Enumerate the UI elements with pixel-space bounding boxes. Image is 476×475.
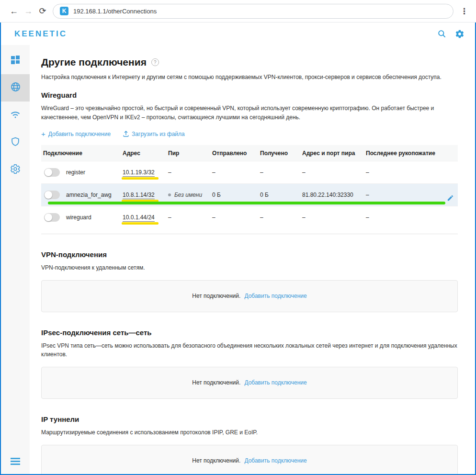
section-description: IPsec VPN типа сеть—сеть можно использов… [41,341,458,359]
back-icon[interactable]: ← [7,6,21,16]
connection-name: register [66,169,85,176]
gear-icon[interactable] [455,29,465,39]
empty-text: Нет подключений. [192,379,240,386]
section-heading: VPN-подключения [41,250,458,259]
wireguard-description: WireGuard – это чрезвычайно простой, но … [41,104,458,122]
sidebar [1,45,30,474]
page-intro: Настройка подключения к Интернету и друг… [41,74,458,80]
settings-icon [10,164,21,176]
empty-connections-panel: Нет подключений. Добавить подключение [41,280,458,312]
upload-from-file-link[interactable]: Загрузить из файла [123,130,185,138]
wireguard-heading: Wireguard [41,91,458,99]
table-row[interactable]: register 10.1.19.3/32 – – – – – [41,161,458,183]
connection-name: wireguard [66,214,91,221]
browser-toolbar: ← → ⟳ K 192.168.1.1/otherConnections ⋮ [0,0,476,23]
section-heading: IPsec-подключения сеть—сеть [41,328,458,337]
plus-icon: + [41,130,45,138]
empty-connections-panel: Нет подключений. Добавить подключение [41,445,458,474]
search-icon[interactable] [437,29,446,38]
sidebar-item-internet[interactable] [1,74,30,102]
forward-icon[interactable]: → [21,6,35,16]
sidebar-menu-toggle[interactable] [1,454,30,468]
browser-menu-icon[interactable]: ⋮ [458,6,470,16]
add-connection-link[interactable]: Добавить подключение [244,293,306,299]
section-description: VPN-подключения к удаленным сетям. [41,263,458,272]
address-bar[interactable]: K 192.168.1.1/otherConnections [53,4,453,19]
section-heading: IP туннели [41,415,458,423]
connection-name: amnezia_for_awg [66,192,112,198]
keenetic-logo[interactable]: KEENETIC [14,29,67,39]
shield-icon [10,136,21,149]
hamburger-icon [11,458,20,459]
sidebar-item-management[interactable] [1,156,30,183]
main-content: Другие подключения ? Настройка подключен… [30,45,475,474]
wifi-icon [10,109,21,122]
connection-address: 10.0.1.44/24 [123,214,155,222]
sidebar-item-dashboard[interactable] [1,47,30,74]
globe-icon [10,81,21,94]
peer-name: Без имени [168,192,210,198]
dashboard-icon [10,54,21,68]
peer-status-dot [168,193,171,196]
table-row-highlighted[interactable]: amnezia_for_awg 10.8.1.14/32 Без имени 0… [41,183,458,206]
connection-toggle[interactable] [44,168,60,177]
connection-toggle[interactable] [44,191,60,199]
empty-text: Нет подключений. [192,293,240,299]
green-underline-annotation [48,202,445,204]
add-connection-link[interactable]: Добавить подключение [244,457,306,464]
wireguard-table: Подключение Адрес Пир Отправлено Получен… [41,145,458,228]
section-vpn-connections: VPN-подключения VPN-подключения к удален… [41,250,458,312]
table-row[interactable]: wireguard 10.0.1.44/24 – – – – – [41,206,458,228]
connection-address: 10.8.1.14/32 [123,192,155,199]
help-icon[interactable]: ? [151,58,159,66]
section-divider [41,234,458,234]
app-header: KEENETIC [1,23,475,45]
upload-icon [123,131,129,137]
edit-connection-button[interactable] [447,194,454,202]
site-favicon: K [60,7,68,15]
table-header-row: Подключение Адрес Пир Отправлено Получен… [41,145,458,161]
yellow-underline-annotation [122,177,159,180]
page-title: Другие подключения [41,57,147,68]
url-text[interactable]: 192.168.1.1/otherConnections [73,8,157,15]
add-connection-link[interactable]: Добавить подключение [244,379,306,386]
empty-text: Нет подключений. [192,457,240,464]
page-frame: KEENETIC [0,23,476,475]
sidebar-item-security[interactable] [1,129,30,156]
empty-connections-panel: Нет подключений. Добавить подключение [41,367,458,399]
reload-icon[interactable]: ⟳ [35,6,50,16]
yellow-underline-annotation [122,222,159,225]
section-ipsec-connections: IPsec-подключения сеть—сеть IPsec VPN ти… [41,328,458,399]
connection-toggle[interactable] [44,213,60,222]
section-ip-tunnels: IP туннели Маршрутизируемые соединения с… [41,415,458,474]
connection-address: 10.1.19.3/32 [123,169,155,177]
section-description: Маршрутизируемые соединения с использова… [41,428,458,437]
sidebar-item-wifi[interactable] [1,102,30,129]
add-connection-link[interactable]: + Добавить подключение [41,130,111,138]
